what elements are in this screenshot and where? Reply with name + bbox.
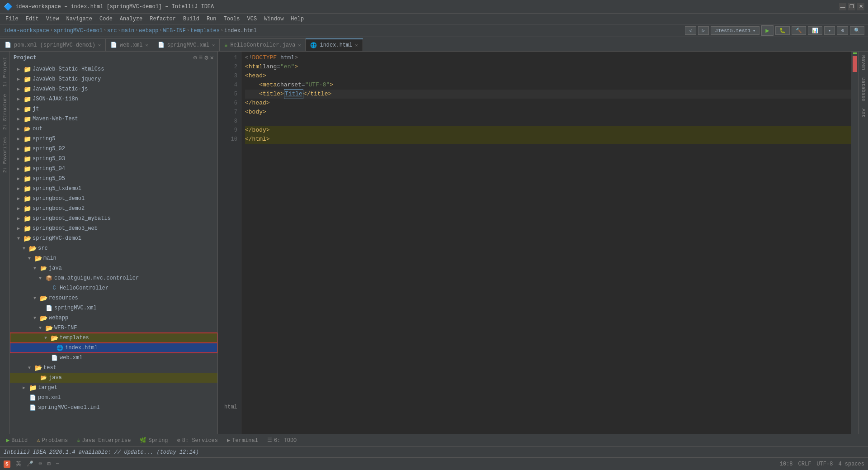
status-layout[interactable]: ⊞ [47,461,51,467]
tab-spring[interactable]: 🌿 Spring [135,436,172,445]
maven-panel-toggle[interactable]: Maven [860,52,867,74]
panel-settings-icon[interactable]: ⚙ [204,54,208,62]
menu-analyze[interactable]: Analyze [116,15,146,23]
status-indent[interactable]: 4 spaces [838,461,864,467]
locate-icon[interactable]: ⊙ [193,54,197,62]
tab-close-springmvc[interactable]: ✕ [212,43,215,48]
tree-item-spring5-03[interactable]: ▶ 📁 spring5_03 [10,154,217,164]
menu-help[interactable]: Help [287,15,307,23]
tree-item-springboot-demo1[interactable]: ▶ 📁 springboot_demo1 [10,194,217,204]
collapse-all-icon[interactable]: ≡ [199,54,203,62]
breadcrumb-webinf[interactable]: WEB-INF [163,28,186,34]
breadcrumb-src[interactable]: src [107,28,117,34]
breadcrumb-project[interactable]: springMVC-demo1 [54,28,103,34]
tree-item-package[interactable]: ▼ 📦 com.atguigu.mvc.controller [10,273,217,283]
tab-web-xml[interactable]: 📄 web.xml ✕ [106,38,153,51]
maximize-button[interactable]: ❐ [848,3,855,10]
run-config-selector[interactable]: JTest5.test1 ▾ [711,26,760,35]
tree-item-test[interactable]: ▼ 📂 test [10,363,217,373]
tree-item-springmvc-demo1[interactable]: ▼ 📂 springMVC-demo1 [10,233,217,243]
status-position[interactable]: 10:8 [780,461,793,467]
project-panel-toggle[interactable]: 1: Project [1,53,9,90]
status-more[interactable]: ⋯ [56,461,59,467]
tree-item-javaweb-htmlcss[interactable]: ▶ 📁 JavaWeb-Static-HtmlCss [10,64,217,74]
settings-button[interactable]: ⚙ [837,26,848,35]
tab-terminal[interactable]: ▶ Terminal [222,436,263,445]
tree-item-webinf[interactable]: ▼ 📂 WEB-INF [10,323,217,333]
tree-item-index-html[interactable]: 🌐 index.html [10,343,217,353]
window-controls[interactable]: — ❐ ✕ [839,3,864,10]
tab-index-html[interactable]: 🌐 index.html ✕ [306,38,363,51]
scroll-error-indicator[interactable] [853,56,857,72]
tab-hello-controller[interactable]: ☕ HelloController.java ✕ [220,38,306,51]
tree-item-src[interactable]: ▼ 📂 src [10,243,217,253]
run-button[interactable]: ▶ [761,25,773,36]
tree-item-javaweb-jquery[interactable]: ▶ 📁 JavaWeb-Static-jquery [10,74,217,84]
more-run-options[interactable]: ▾ [824,26,835,35]
project-tree[interactable]: ▶ 📁 JavaWeb-Static-HtmlCss ▶ 📁 JavaWeb-S… [10,64,217,434]
tree-item-springboot-demo2-mybatis[interactable]: ▶ 📁 springboot_demo2_mybatis [10,214,217,223]
tree-item-json-ajax[interactable]: ▶ 📁 JSON-AJAX-i18n [10,94,217,104]
status-mic[interactable]: 🎤 [27,461,33,467]
close-button[interactable]: ✕ [857,3,864,10]
tree-item-pom-xml[interactable]: 📄 pom.xml [10,393,217,403]
tree-item-main[interactable]: ▼ 📂 main [10,253,217,263]
tree-item-templates[interactable]: ▼ 📂 templates [10,333,217,343]
tree-item-spring5[interactable]: ▶ 📁 spring5 [10,134,217,144]
menu-navigate[interactable]: Navigate [62,15,96,23]
tree-item-test-java[interactable]: 📂 java [10,373,217,383]
menu-file[interactable]: File [2,15,22,23]
debug-button[interactable]: 🐛 [775,26,790,35]
tab-close-web[interactable]: ✕ [145,43,148,48]
tree-item-spring5-04[interactable]: ▶ 📁 spring5_04 [10,164,217,174]
tree-item-resources[interactable]: ▼ 📂 resources [10,293,217,303]
minimize-button[interactable]: — [839,3,846,10]
breadcrumb-webapp[interactable]: webapp [139,28,158,34]
structure-panel-toggle[interactable]: 2: Structure [1,90,9,133]
tree-item-out[interactable]: ▶ 📂 out [10,124,217,134]
status-encoding-input[interactable]: 英 [16,460,21,468]
tree-item-spring5-02[interactable]: ▶ 📁 spring5_02 [10,144,217,154]
code-editor[interactable]: 1 2 3 4 5 6 7 8 9 10 <!DOCTYPE html> <ht… [218,52,858,434]
tree-item-java[interactable]: ▼ 📂 java [10,263,217,273]
panel-close-icon[interactable]: ✕ [210,54,214,62]
tree-item-springboot-demo3-web[interactable]: ▶ 📁 springboot_demo3_web [10,223,217,233]
tree-item-springboot-demo2[interactable]: ▶ 📁 springboot_demo2 [10,204,217,214]
tree-item-iml[interactable]: 📄 springMVC-demo1.iml [10,403,217,413]
search-button[interactable]: 🔍 [850,26,864,35]
menu-view[interactable]: View [42,15,63,23]
build-button[interactable]: 🔨 [792,26,806,35]
tab-close-index[interactable]: ✕ [355,43,358,48]
tab-springmvc-xml[interactable]: 📄 springMVC.xml ✕ [153,38,220,51]
menu-refactor[interactable]: Refactor [146,15,179,23]
tree-item-springmvc-xml[interactable]: 📄 springMVC.xml [10,303,217,313]
menu-tools[interactable]: Tools [220,15,244,23]
status-encoding[interactable]: UTF-8 [816,461,833,467]
tree-item-jt[interactable]: ▶ 📁 jt [10,104,217,114]
menu-window[interactable]: Window [260,15,287,23]
database-panel-toggle[interactable]: Database [860,74,867,105]
tab-services[interactable]: ⚙ 8: Services [173,436,222,445]
menu-code[interactable]: Code [96,15,116,23]
menu-build[interactable]: Build [179,15,203,23]
menu-run[interactable]: Run [203,15,220,23]
tab-java-enterprise[interactable]: ☕ Java Enterprise [72,436,135,445]
tree-item-web-xml[interactable]: 📄 web.xml [10,353,217,363]
tab-close-pom[interactable]: ✕ [98,43,101,48]
nav-forward-button[interactable]: ▷ [698,26,709,35]
menu-vcs[interactable]: VCS [244,15,261,23]
status-line-ending[interactable]: CRLF [798,461,811,467]
tree-item-spring5-txdemo1[interactable]: ▶ 📁 spring5_txdemo1 [10,184,217,194]
tab-pom-xml[interactable]: 📄 pom.xml (springMVC-demo1) ✕ [0,38,106,51]
tree-item-hello-controller[interactable]: C HelloController [10,283,217,293]
code-content[interactable]: <!DOCTYPE html> <html lang="en"> <head> … [241,52,858,434]
ant-panel-toggle[interactable]: Ant [860,105,867,121]
tab-problems[interactable]: ⚠ Problems [32,436,72,445]
breadcrumb-main[interactable]: main [122,28,135,34]
breadcrumb-workspace[interactable]: idea-workspace [4,28,49,34]
tab-todo[interactable]: ☰ 6: TODO [263,436,301,445]
breadcrumb-templates[interactable]: templates [190,28,220,34]
nav-back-button[interactable]: ◁ [685,26,696,35]
tree-item-javaweb-js[interactable]: ▶ 📁 JavaWeb-Static-js [10,84,217,94]
tree-item-maven-web-test[interactable]: ▶ 📁 Maven-Web-Test [10,114,217,124]
